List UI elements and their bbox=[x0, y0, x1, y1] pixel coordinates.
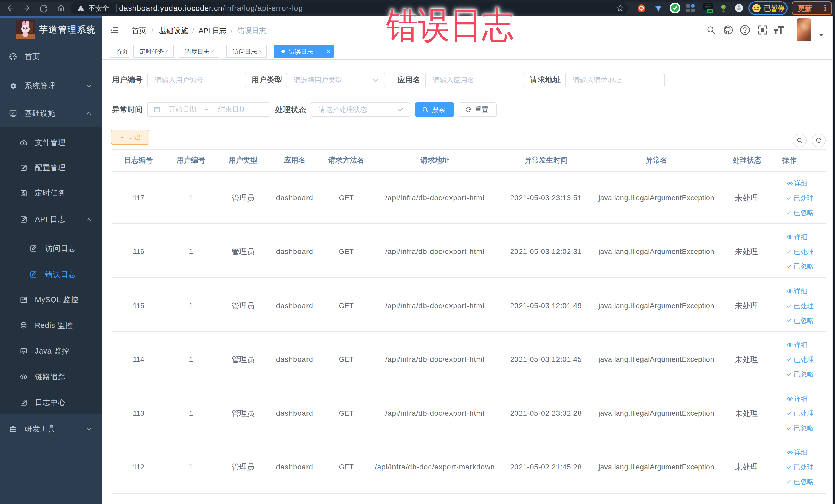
svg-text:on: on bbox=[708, 9, 712, 13]
